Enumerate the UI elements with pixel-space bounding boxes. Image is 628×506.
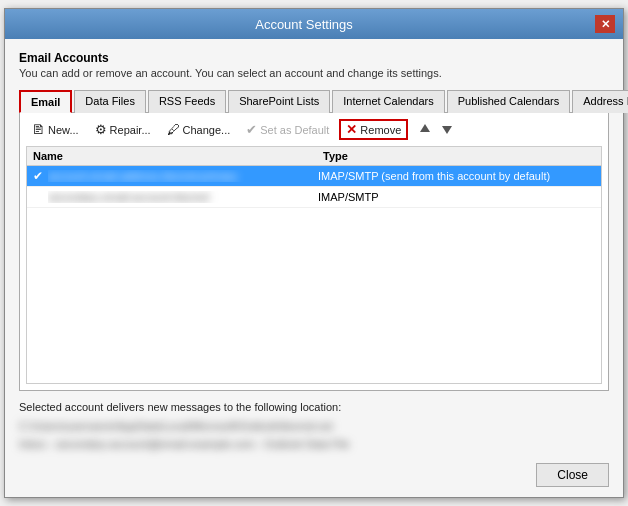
remove-button[interactable]: ✕ Remove: [339, 119, 408, 140]
accounts-table: Name Type ✔ account-email-address-blurre…: [26, 146, 602, 384]
account-icon-2: ✔: [33, 190, 43, 204]
bottom-section: Selected account delivers new messages t…: [19, 401, 609, 455]
change-label: Change...: [183, 124, 231, 136]
title-bar: Account Settings ✕: [5, 9, 623, 39]
remove-icon: ✕: [346, 122, 357, 137]
table-row[interactable]: ✔ account-email-address-blurred-primary …: [27, 166, 601, 187]
account-name-2: secondary-email-account-blurred: [48, 191, 318, 203]
bottom-description: Selected account delivers new messages t…: [19, 401, 609, 413]
repair-button[interactable]: ⚙ Repair...: [89, 120, 157, 139]
bottom-path-1: C:\Users\username\AppData\Local\Microsof…: [19, 419, 609, 433]
tab-published-calendars[interactable]: Published Calendars: [447, 90, 571, 113]
toolbar: 🖹 New... ⚙ Repair... 🖊 Change... ✔ Set a…: [26, 119, 602, 140]
repair-label: Repair...: [110, 124, 151, 136]
table-row[interactable]: ✔ secondary-email-account-blurred IMAP/S…: [27, 187, 601, 208]
footer: Close: [19, 455, 609, 487]
move-down-button[interactable]: [438, 122, 456, 138]
default-account-icon: ✔: [33, 169, 43, 183]
account-settings-window: Account Settings ✕ Email Accounts You ca…: [4, 8, 624, 498]
arrow-up-icon: [420, 124, 430, 136]
account-type-1: IMAP/SMTP (send from this account by def…: [318, 170, 595, 182]
tab-rss-feeds[interactable]: RSS Feeds: [148, 90, 226, 113]
bottom-path-2: Inbox - secondary-account@email.example.…: [19, 437, 609, 451]
tab-address-books[interactable]: Address Books: [572, 90, 628, 113]
set-default-label: Set as Default: [260, 124, 329, 136]
set-default-button[interactable]: ✔ Set as Default: [240, 120, 335, 139]
tabs-container: Email Data Files RSS Feeds SharePoint Li…: [19, 89, 609, 113]
tab-email[interactable]: Email: [19, 90, 72, 113]
section-desc: You can add or remove an account. You ca…: [19, 67, 609, 79]
new-button[interactable]: 🖹 New...: [26, 120, 85, 139]
remove-label: Remove: [360, 124, 401, 136]
repair-icon: ⚙: [95, 122, 107, 137]
main-panel: 🖹 New... ⚙ Repair... 🖊 Change... ✔ Set a…: [19, 113, 609, 391]
col-type-header: Type: [323, 150, 595, 162]
change-icon: 🖊: [167, 122, 180, 137]
close-button[interactable]: Close: [536, 463, 609, 487]
new-icon: 🖹: [32, 122, 45, 137]
move-up-button[interactable]: [416, 122, 434, 138]
col-name-header: Name: [33, 150, 323, 162]
set-default-icon: ✔: [246, 122, 257, 137]
table-header: Name Type: [27, 147, 601, 166]
window-content: Email Accounts You can add or remove an …: [5, 39, 623, 497]
window-close-button[interactable]: ✕: [595, 15, 615, 33]
section-title: Email Accounts: [19, 51, 609, 65]
account-type-2: IMAP/SMTP: [318, 191, 595, 203]
new-label: New...: [48, 124, 79, 136]
tab-sharepoint-lists[interactable]: SharePoint Lists: [228, 90, 330, 113]
account-name-1: account-email-address-blurred-primary: [48, 170, 318, 182]
tab-data-files[interactable]: Data Files: [74, 90, 146, 113]
window-title: Account Settings: [13, 17, 595, 32]
arrow-buttons: [416, 122, 456, 138]
tab-internet-calendars[interactable]: Internet Calendars: [332, 90, 445, 113]
change-button[interactable]: 🖊 Change...: [161, 120, 237, 139]
arrow-down-icon: [442, 124, 452, 136]
